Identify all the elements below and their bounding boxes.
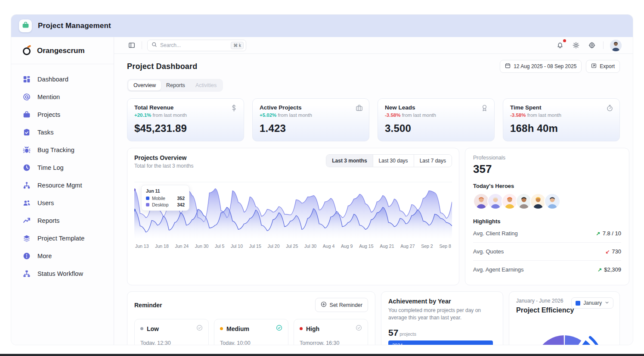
highlight-number: 7.8 / 10 [603, 230, 621, 237]
sidebar-item-label: Tasks [37, 129, 54, 136]
reports-icon [22, 216, 31, 225]
x-tick-label: Jul 5 [215, 244, 224, 249]
sidebar-item-users[interactable]: Users [15, 194, 109, 212]
series-swatch [146, 203, 149, 206]
date-range-picker[interactable]: 12 Aug 2025 - 08 Sep 2025 [500, 60, 582, 73]
priority-dot [220, 327, 223, 330]
donut-chart-svg [519, 324, 610, 345]
hero-avatar-5 [544, 193, 560, 209]
legend-swatch [576, 301, 580, 306]
x-tick-label: Aug 27 [400, 244, 415, 249]
stat-card-2[interactable]: New Leads-3.58% from last month3.500 [378, 98, 495, 141]
sidebar-item-label: Time Log [37, 164, 64, 171]
achievement-bar-2024[interactable]: 2024 [388, 340, 493, 345]
sidebar-item-template[interactable]: Project Template [15, 229, 109, 247]
priority-label: High [306, 325, 319, 332]
stat-card-1[interactable]: Active Projects+5.02% from last month1.4… [252, 98, 369, 141]
sidebar-item-time[interactable]: Time Log [15, 159, 109, 176]
page: Project Management Orangescrum Dashboard… [0, 0, 644, 356]
app-window: Project Management Orangescrum Dashboard… [11, 15, 633, 345]
professionals-count: 357 [473, 162, 621, 176]
theme-sun-icon[interactable] [571, 41, 581, 50]
stat-value: 3.500 [385, 122, 487, 134]
plus-circle-icon [321, 301, 327, 309]
sidebar-collapse-icon[interactable] [127, 41, 136, 50]
users-icon [22, 199, 31, 207]
heroes-avatars [473, 193, 621, 209]
x-tick-label: Jun 24 [175, 244, 189, 249]
stat-card-3[interactable]: Time Spent-3.58% from last month168h 40m [503, 98, 620, 141]
orangescrum-logo-icon [22, 46, 33, 56]
sidebar-item-tasks[interactable]: Tasks [15, 123, 109, 141]
highlights-label: Highlights [473, 218, 621, 225]
export-button[interactable]: Export [586, 60, 620, 73]
x-tick-label: Sep 2 [421, 244, 433, 249]
highlight-row: Avg. Agent Earnings↗$2,309 [473, 261, 621, 278]
tab-reports[interactable]: Reports [161, 80, 190, 91]
sidebar-item-dashboard[interactable]: Dashboard [15, 70, 109, 88]
efficiency-card: January - June 2026 Project Efficiency J… [509, 291, 620, 345]
range-button-last-30-days[interactable]: Last 30 days [373, 155, 414, 167]
app-header: Project Management [11, 15, 633, 37]
reminder-time: Tomorrow, 16:30 [300, 340, 362, 345]
reminder-item-medium[interactable]: MediumToday, 10:00Have a meeting with th… [214, 319, 288, 345]
search-input[interactable] [160, 42, 228, 48]
professionals-label: Professionals [473, 155, 621, 161]
stat-card-0[interactable]: Total Revenue+20.1% from last month$45,2… [127, 98, 244, 141]
reminder-item-high[interactable]: HighTomorrow, 16:30Respond to customer s… [294, 319, 368, 345]
sidebar-item-label: Dashboard [37, 76, 68, 83]
dollar-icon [230, 104, 238, 113]
x-tick-label: Aug 4 [323, 244, 334, 249]
area-chart[interactable]: Jun 11 Mobile352Desktop342 Jun 13Jun 18J… [134, 182, 452, 251]
sidebar-item-reports[interactable]: Reports [15, 212, 109, 229]
main-area: ⌘ k [114, 37, 633, 345]
mention-icon [22, 93, 31, 101]
x-tick-label: Jun 13 [135, 244, 149, 249]
sidebar-item-resource[interactable]: Resource Mgmt [15, 176, 109, 194]
projects-overview-card: Projects Overview Total for the last 3 m… [127, 148, 459, 285]
tab-overview[interactable]: Overview [128, 80, 161, 91]
tab-activities[interactable]: Activities [190, 80, 222, 91]
sidebar-item-label: Projects [37, 111, 60, 118]
page-title: Project Dashboard [127, 62, 197, 71]
reminder-card: Reminder Set Reminder LowToday, 12:30Cre… [127, 291, 375, 345]
check-circle-icon[interactable] [196, 325, 203, 333]
sidebar-item-bug[interactable]: Bug Tracking [15, 141, 109, 159]
sidebar-item-projects[interactable]: Projects [15, 106, 109, 123]
range-button-last-3-months[interactable]: Last 3 months [326, 155, 372, 167]
highlight-row: Avg. Quotes↙730 [473, 243, 621, 261]
sidebar-item-mention[interactable]: Mention [15, 88, 109, 106]
sidebar-item-label: Project Template [37, 235, 84, 242]
sidebar-nav: DashboardMentionProjectsTasksBug Trackin… [11, 64, 114, 288]
x-tick-label: Sep 8 [439, 244, 451, 249]
highlight-number: $2,309 [604, 266, 621, 273]
user-avatar[interactable] [610, 40, 622, 51]
sidebar-item-label: Reports [37, 217, 59, 224]
x-tick-label: Jun 18 [155, 244, 169, 249]
range-button-last-7-days[interactable]: Last 7 days [414, 155, 452, 167]
set-reminder-button[interactable]: Set Reminder [315, 298, 368, 312]
tooltip-date: Jun 11 [146, 188, 185, 194]
month-dropdown[interactable]: January [571, 297, 613, 309]
sidebar-item-more[interactable]: More [15, 247, 109, 265]
sidebar-item-label: Bug Tracking [37, 147, 74, 153]
priority-dot [300, 327, 303, 330]
trend-down-icon: ↙ [605, 249, 610, 255]
donut-chart[interactable]: 186 Visitors [519, 324, 610, 345]
dashboard-icon [22, 75, 31, 83]
highlight-value: ↗$2,309 [598, 266, 621, 273]
reminder-item-low[interactable]: LowToday, 12:30Create a design training … [134, 319, 209, 345]
stat-value: 168h 40m [510, 122, 613, 134]
brand[interactable]: Orangescrum [11, 37, 114, 64]
sidebar-item-workflow[interactable]: Status Workflow [15, 265, 109, 282]
settings-gear-icon[interactable] [587, 41, 597, 50]
achievement-unit: projects [399, 331, 416, 337]
achievement-subtitle: You completed more projects per day on a… [388, 307, 496, 322]
check-circle-icon[interactable] [356, 325, 362, 333]
check-circle-icon[interactable] [276, 325, 282, 333]
notifications-bell-icon[interactable] [555, 41, 565, 50]
sidebar-item-label: Users [37, 200, 54, 206]
stat-change: -3.58% from last month [385, 112, 487, 118]
achievement-row: 57projects2024 [388, 328, 496, 345]
search-box[interactable]: ⌘ k [147, 40, 246, 51]
